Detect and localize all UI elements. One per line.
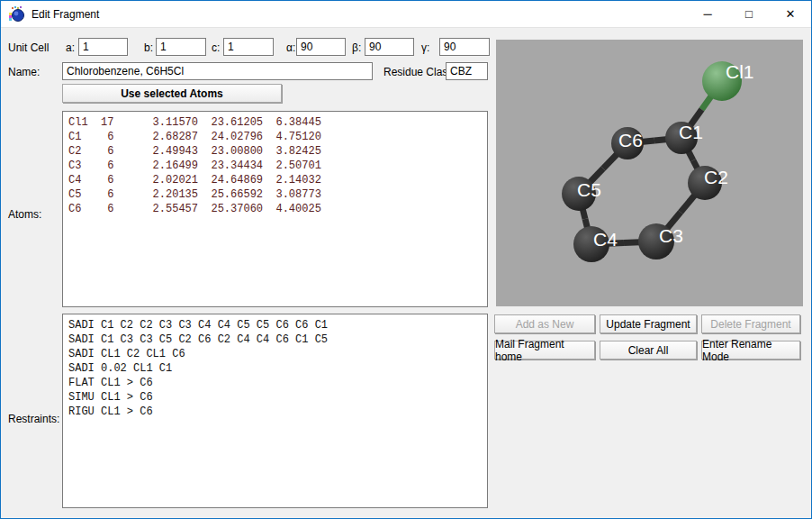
unit-cell-a-label: a:	[66, 41, 75, 54]
minimize-button[interactable]: ─	[687, 1, 728, 27]
atom-label-cl1: Cl1	[726, 61, 754, 82]
window-controls: ─ □ ✕	[687, 1, 811, 27]
atom-label-c6: C6	[618, 130, 643, 150]
atom-label-c3: C3	[659, 225, 683, 246]
name-input[interactable]	[62, 62, 373, 80]
text-line: SADI 0.02 CL1 C1	[68, 361, 482, 376]
atom-label-c5: C5	[577, 179, 601, 200]
add-as-new-button: Add as New	[494, 314, 595, 333]
unit-cell-c-input[interactable]	[223, 38, 274, 56]
enter-rename-mode-button[interactable]: Enter Rename Mode	[701, 341, 800, 360]
text-line: C5 6 2.20135 25.66592 3.08773	[68, 187, 482, 202]
text-line: RIGU CL1 > C6	[68, 405, 482, 419]
molecule-3d-viewport[interactable]: Cl1C1C6C2C5C3C4	[496, 40, 803, 306]
text-line: SADI C1 C3 C3 C5 C2 C6 C2 C4 C4 C6 C1 C5	[68, 332, 482, 347]
app-icon	[9, 6, 25, 23]
text-line: Cl1 17 3.11570 23.61205 6.38445	[68, 115, 482, 130]
text-line: C3 6 2.16499 23.34434 2.50701	[68, 159, 482, 173]
atom-label-c2: C2	[704, 167, 728, 187]
text-line: SADI C1 C2 C2 C3 C3 C4 C4 C5 C5 C6 C6 C1	[68, 318, 482, 332]
unit-cell-beta-label: β:	[352, 41, 361, 54]
mail-fragment-home-button[interactable]: Mail Fragment home	[494, 341, 595, 360]
text-line: C2 6 2.49943 23.00800 3.82425	[68, 144, 482, 159]
edit-fragment-window: Edit Fragment ─ □ ✕ Unit Cell a: b: c: α…	[0, 0, 812, 519]
atoms-textarea[interactable]: Cl1 17 3.11570 23.61205 6.38445C1 6 2.68…	[62, 111, 488, 307]
name-label: Name:	[8, 66, 40, 78]
restraints-textarea[interactable]: SADI C1 C2 C2 C3 C3 C4 C4 C5 C5 C6 C6 C1…	[62, 314, 488, 508]
text-line: C4 6 2.02021 24.64869 2.14032	[68, 173, 482, 187]
atom-label-c1: C1	[679, 122, 703, 142]
text-line: SADI CL1 C2 CL1 C6	[68, 347, 482, 361]
minimize-icon: ─	[703, 7, 711, 21]
unit-cell-c-label: c:	[212, 41, 220, 54]
unit-cell-b-label: b:	[144, 41, 153, 54]
update-fragment-button[interactable]: Update Fragment	[600, 314, 697, 333]
atoms-label: Atoms:	[8, 208, 41, 221]
unit-cell-gamma-label: γ:	[421, 41, 429, 54]
unit-cell-gamma-input[interactable]	[439, 38, 490, 56]
text-line: SIMU CL1 > C6	[68, 390, 482, 405]
titlebar: Edit Fragment ─ □ ✕	[1, 1, 811, 28]
close-icon: ✕	[786, 7, 796, 21]
fragment-action-buttons: Add as NewUpdate FragmentDelete Fragment…	[494, 314, 800, 360]
close-button[interactable]: ✕	[770, 1, 811, 27]
unit-cell-b-input[interactable]	[156, 38, 206, 56]
unit-cell-alpha-input[interactable]	[296, 38, 346, 56]
use-selected-atoms-button[interactable]: Use selected Atoms	[62, 84, 282, 103]
clear-all-button[interactable]: Clear All	[600, 341, 697, 360]
text-line: C6 6 2.55457 25.37060 4.40025	[68, 202, 482, 216]
delete-fragment-button: Delete Fragment	[701, 314, 800, 333]
maximize-icon: □	[745, 7, 753, 21]
unit-cell-alpha-label: α:	[286, 41, 295, 54]
unit-cell-label: Unit Cell	[8, 41, 49, 54]
maximize-button[interactable]: □	[728, 1, 770, 27]
text-line: FLAT CL1 > C6	[68, 376, 482, 390]
unit-cell-beta-input[interactable]	[365, 38, 414, 56]
residue-class-input[interactable]	[446, 62, 488, 80]
atom-label-c4: C4	[593, 229, 618, 250]
window-title: Edit Fragment	[32, 8, 99, 21]
text-line: C1 6 2.68287 24.02796 4.75120	[68, 130, 482, 144]
unit-cell-a-input[interactable]	[78, 38, 128, 56]
restraints-label: Restraints:	[8, 413, 59, 425]
